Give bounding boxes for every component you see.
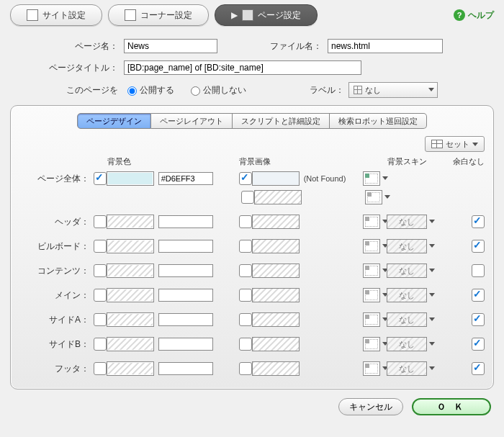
skin-select[interactable]: なし	[387, 215, 427, 229]
row-header: ヘッダ： なし	[19, 215, 485, 229]
hex-input[interactable]	[158, 289, 213, 302]
color-swatch[interactable]	[107, 239, 154, 253]
bgcolor-checkbox[interactable]	[94, 313, 107, 326]
hex-input[interactable]	[158, 338, 213, 351]
label-select[interactable]: なし	[348, 82, 438, 98]
margin-checkbox[interactable]	[472, 240, 485, 253]
radio-publish-yes[interactable]: 公開する	[124, 84, 174, 96]
skin-select[interactable]: なし	[387, 361, 427, 376]
skin-select[interactable]: なし	[387, 337, 427, 351]
image-preview[interactable]	[252, 263, 300, 278]
label-icon	[354, 86, 362, 94]
hex-input[interactable]	[158, 264, 213, 277]
file-name-input[interactable]	[328, 39, 443, 53]
bgimage-checkbox[interactable]	[239, 289, 252, 302]
subtab-layout[interactable]: ページレイアウト	[151, 113, 233, 129]
image-position[interactable]	[363, 215, 380, 229]
row-side-b: サイドB： なし	[19, 337, 485, 351]
image-position[interactable]	[363, 263, 380, 278]
image-position[interactable]	[363, 288, 380, 302]
image-preview[interactable]	[252, 312, 300, 327]
color-swatch[interactable]	[107, 263, 154, 278]
row-page-all-2	[19, 190, 485, 204]
row-label: サイドB：	[19, 338, 94, 351]
image-preview[interactable]	[252, 288, 300, 302]
color-swatch[interactable]	[107, 361, 154, 376]
bgimage-checkbox[interactable]	[239, 240, 252, 253]
design-panel: ページデザイン ページレイアウト スクリプトと詳細設定 検索ロボット巡回設定 セ…	[10, 105, 494, 389]
cancel-button[interactable]: キャンセル	[338, 398, 403, 415]
bgcolor-checkbox[interactable]	[94, 172, 107, 185]
hex-input[interactable]	[158, 362, 213, 375]
image-preview[interactable]	[252, 361, 300, 376]
image-preview[interactable]	[252, 171, 300, 186]
color-swatch[interactable]	[107, 312, 154, 327]
color-swatch[interactable]	[107, 215, 154, 229]
bgcolor-checkbox[interactable]	[94, 338, 107, 351]
skin-select[interactable]: なし	[387, 263, 427, 278]
image-position[interactable]	[365, 190, 382, 204]
chevron-down-icon	[384, 195, 390, 199]
image-position[interactable]	[363, 239, 380, 253]
main-tabs: サイト設定 コーナー設定 ▶ ページ設定 ? ヘルプ	[10, 4, 494, 26]
image-preview[interactable]	[254, 190, 302, 204]
chevron-down-icon	[472, 143, 478, 146]
help-button[interactable]: ? ヘルプ	[454, 9, 494, 22]
margin-checkbox[interactable]	[472, 362, 485, 375]
image-position[interactable]	[363, 361, 380, 376]
help-icon: ?	[454, 9, 465, 21]
hex-input[interactable]	[158, 240, 213, 253]
row-label: サイドA：	[19, 314, 94, 326]
image-position[interactable]	[363, 312, 380, 327]
bgimage-checkbox[interactable]	[239, 264, 252, 277]
image-preview[interactable]	[252, 239, 300, 253]
ok-button[interactable]: Ｏ Ｋ	[412, 398, 491, 415]
subtab-script[interactable]: スクリプトと詳細設定	[233, 113, 330, 129]
hex-input[interactable]	[158, 215, 213, 228]
bgimage-checkbox[interactable]	[239, 362, 252, 375]
bgcolor-checkbox[interactable]	[94, 215, 107, 228]
margin-checkbox[interactable]	[472, 338, 485, 351]
bgcolor-checkbox[interactable]	[94, 264, 107, 277]
tab-label: ページ設定	[258, 9, 301, 22]
subtab-design[interactable]: ページデザイン	[77, 113, 151, 129]
bgcolor-checkbox[interactable]	[94, 240, 107, 253]
image-position[interactable]	[363, 337, 380, 351]
skin-select[interactable]: なし	[387, 239, 427, 253]
site-icon	[27, 9, 38, 21]
page-title-input[interactable]	[124, 60, 361, 75]
radio-publish-no[interactable]: 公開しない	[187, 84, 246, 96]
hex-input[interactable]	[158, 313, 213, 326]
bgimage-checkbox[interactable]	[239, 215, 252, 228]
play-icon: ▶	[231, 10, 238, 20]
tab-site-settings[interactable]: サイト設定	[10, 4, 102, 26]
bgcolor-checkbox[interactable]	[94, 362, 107, 375]
bgimage-checkbox[interactable]	[239, 338, 252, 351]
image-position[interactable]	[363, 171, 380, 186]
tab-label: コーナー設定	[140, 9, 192, 22]
page-name-input[interactable]	[124, 39, 217, 53]
bgimage-checkbox[interactable]	[239, 313, 252, 326]
bgimage2-checkbox[interactable]	[241, 191, 253, 204]
image-preview[interactable]	[252, 215, 300, 229]
chevron-down-icon	[428, 88, 434, 91]
tab-corner-settings[interactable]: コーナー設定	[108, 4, 209, 26]
margin-checkbox[interactable]	[472, 289, 485, 302]
skin-select[interactable]: なし	[387, 288, 427, 302]
color-swatch[interactable]	[107, 288, 154, 302]
header-margin: 余白なし	[443, 156, 485, 167]
margin-checkbox[interactable]	[472, 313, 485, 326]
margin-checkbox[interactable]	[472, 264, 485, 277]
color-swatch[interactable]	[107, 337, 154, 351]
hex-input[interactable]	[158, 172, 213, 185]
color-swatch[interactable]	[107, 171, 154, 186]
page-icon	[242, 9, 253, 21]
tab-page-settings[interactable]: ▶ ページ設定	[215, 4, 318, 26]
margin-checkbox[interactable]	[472, 215, 485, 228]
set-button[interactable]: セット	[425, 136, 485, 152]
skin-select[interactable]: なし	[387, 312, 427, 327]
image-preview[interactable]	[252, 337, 300, 351]
bgimage-checkbox[interactable]	[239, 172, 252, 185]
bgcolor-checkbox[interactable]	[94, 289, 107, 302]
subtab-robot[interactable]: 検索ロボット巡回設定	[330, 113, 427, 129]
